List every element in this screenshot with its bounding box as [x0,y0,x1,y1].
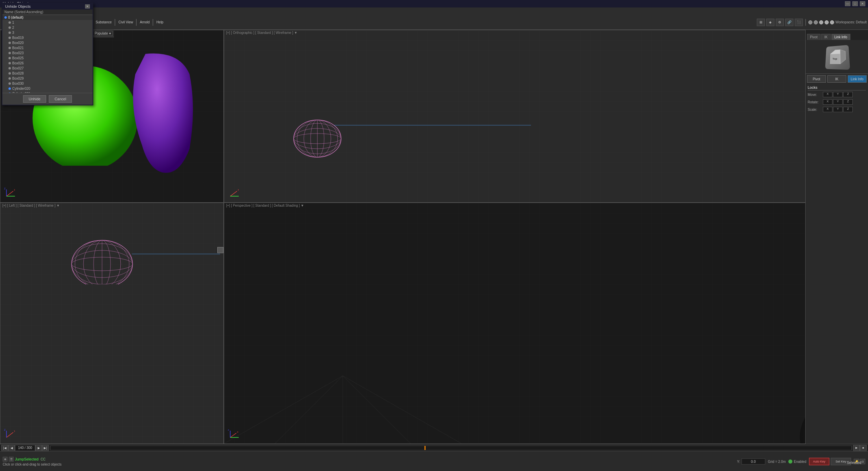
svg-line-45 [275,376,343,444]
maximize-button[interactable]: □ [852,1,858,6]
svg-line-25 [230,191,237,196]
scale-y[interactable]: Y [833,107,843,112]
timeline-prev-btn[interactable]: ◀ [8,445,15,451]
help-label[interactable]: Help [155,20,165,24]
svg-marker-60 [830,49,840,54]
svg-line-3 [6,191,13,196]
enabled-area: Enabled [788,459,806,464]
connection-line-tr [334,125,531,125]
vp-bottomright-label: [+] [ Perspective ] [ Standard ] [ Defau… [226,204,304,207]
locks-title: Locks [808,85,866,90]
vp-bottomleft-label: [+] [ Left ] [ Standard ] [ Wireframe ] … [2,204,60,207]
list-item[interactable]: Box027 [2,66,93,71]
list-item[interactable]: Box025 [2,56,93,61]
stop-btn[interactable]: ■ [860,445,867,451]
enabled-indicator [788,459,792,464]
toolbar-separator [115,19,115,26]
right-panel-tabs: Pivot IK Link Info [806,30,868,40]
toolbar-btn-3[interactable]: ⚙ [776,19,784,26]
svg-text:X: X [14,189,15,191]
list-item[interactable]: Box019 [2,35,93,40]
auto-key-btn[interactable]: Auto Key [809,458,829,465]
dialog-footer: Unhide Cancel [2,93,93,105]
svg-text:Z: Z [4,188,6,190]
motion-paths-btn[interactable]: ⊕ [3,457,7,462]
unhide-button[interactable]: Unhide [23,95,46,103]
list-item[interactable]: 3 [2,30,93,35]
pivot-btn[interactable]: Pivot [807,75,826,83]
move-x[interactable]: X [823,92,832,97]
frame-display[interactable]: 140 / 300 [15,445,35,451]
list-item[interactable]: Box023 [2,50,93,56]
filter-btn[interactable]: ☰ [9,457,14,462]
link-info-btn[interactable]: Link Info [848,75,867,83]
ik-btn[interactable]: IK [827,75,846,83]
timeline-next-btn[interactable]: ▶ [35,445,42,451]
list-item[interactable]: Box021 [2,45,93,50]
key-buttons: Auto Key Set Key [809,458,851,465]
rotate-z[interactable]: Z [843,99,853,105]
populate-dropdown[interactable]: Populate ▾ [93,31,113,36]
substance-label[interactable]: Substance [94,20,113,24]
rotate-y[interactable]: Y [833,99,843,105]
toolbar-btn-5[interactable]: ⬛ [795,19,803,26]
scale-x[interactable]: X [823,107,832,112]
list-item[interactable]: Box029 [2,76,93,81]
viewport-topright[interactable]: [+] [ Orthographic ] [ Standard ] [ Wire… [224,30,868,203]
cancel-button[interactable]: Cancel [49,95,72,103]
y-coord-value[interactable]: 0.0 [742,458,765,465]
minimize-button[interactable]: — [845,1,850,6]
tab-ik[interactable]: IK [821,34,830,40]
axes-indicator: X Y Z [3,188,15,200]
list-item[interactable]: 2 [2,25,93,30]
move-label: Move: [808,93,823,97]
scale-fields: X Y Z [823,107,853,112]
civil-view-label[interactable]: Civil View [117,20,134,24]
scale-z[interactable]: Z [843,107,853,112]
svg-text:X: X [238,189,239,191]
move-z[interactable]: Z [843,92,853,97]
viewport-bottomright[interactable]: [+] [ Perspective ] [ Standard ] [ Defau… [224,203,868,444]
rotate-label: Rotate: [808,100,823,104]
list-item[interactable]: Cylinder020 [2,86,93,91]
color-dot-3 [819,20,823,24]
timeline-end-btn[interactable]: ▶| [42,445,49,451]
move-y[interactable]: Y [833,92,843,97]
list-item[interactable]: Box028 [2,71,93,76]
toolbar-btn-2[interactable]: ◈ [766,19,774,26]
svg-marker-61 [840,49,846,64]
main-toolbar: Graph Editors Rendering Customize Script… [0,15,868,30]
workspace-label: Workspaces: Default [835,20,867,24]
list-item[interactable]: Box026 [2,61,93,66]
unhide-dialog: Unhide Objects ✕ Name (Sorted Ascending)… [2,3,93,105]
rotate-x[interactable]: X [823,99,832,105]
wireframe-sphere-bl-svg [68,230,136,284]
right-panel: Pivot IK Link Info Top Pivot IK Link Inf… [805,30,868,444]
color-dot-5 [830,20,834,24]
tab-link-info[interactable]: Link Info [831,34,850,40]
unhide-object-list: 0 (default)123Box019Box020Box021Box023Bo… [2,15,93,93]
arnold-label[interactable]: Arnold [138,20,151,24]
list-item[interactable]: 0 (default) [2,15,93,20]
grid-area: Grid = 2.0m [768,460,786,464]
color-dot-4 [825,20,829,24]
svg-line-39 [6,432,13,437]
toolbar-btn-1[interactable]: ⊞ [757,19,765,26]
list-item[interactable]: Box030 [2,81,93,86]
viewport-bottomleft[interactable]: [+] [ Left ] [ Standard ] [ Wireframe ] … [0,203,224,444]
nav-cube[interactable]: Top [825,45,850,69]
toolbar-separator [136,19,137,26]
svg-text:X: X [14,430,15,432]
timeline-bar[interactable] [50,446,852,450]
list-item[interactable]: Box020 [2,40,93,45]
dialog-close-button[interactable]: ✕ [85,4,90,8]
close-button[interactable]: ✕ [860,1,865,6]
list-item[interactable]: 1 [2,20,93,25]
svg-text:Z: Z [4,429,6,431]
color-dot-2 [814,20,818,24]
timeline-start-btn[interactable]: |◀ [1,445,8,451]
play-btn[interactable]: ▶ [853,445,860,451]
timeline-area: |◀ ◀ 140 / 300 ▶ ▶| ▶ ■ [0,444,868,452]
toolbar-btn-4[interactable]: 🔗 [785,19,793,26]
tab-pivot[interactable]: Pivot [807,34,821,40]
